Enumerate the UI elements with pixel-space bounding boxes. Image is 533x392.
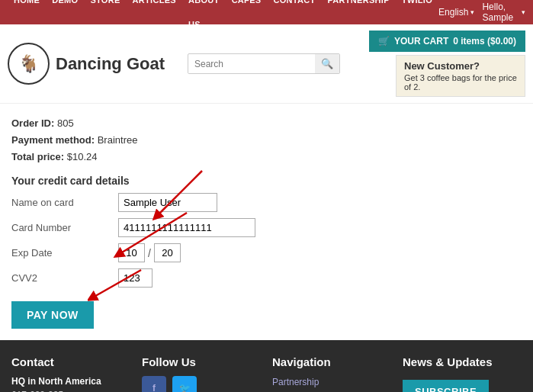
- exp-inputs: /: [118, 243, 181, 262]
- exp-label: Exp Date: [11, 247, 118, 259]
- cart-items-count: 0 items ($0.00): [453, 36, 516, 47]
- language-selector[interactable]: English ▾: [438, 7, 474, 18]
- new-customer-title: New Customer?: [404, 60, 517, 72]
- chevron-down-icon: ▾: [470, 8, 474, 16]
- footer-news: News & Updates SUBSCRIBE: [403, 355, 522, 392]
- cart-icon: 🛒: [378, 36, 390, 47]
- order-id-label: Order ID:: [11, 117, 54, 129]
- cvv-label: CVV2: [11, 272, 118, 284]
- cart-label: YOUR CART: [394, 36, 448, 47]
- social-icons: f 🐦: [142, 376, 261, 392]
- search-input[interactable]: [188, 55, 315, 73]
- news-title: News & Updates: [403, 355, 522, 368]
- nav-cafes[interactable]: CAFES: [226, 0, 268, 37]
- total-value: $10.24: [67, 151, 98, 162]
- payment-label: Payment method:: [11, 134, 95, 146]
- nav-articles[interactable]: ARTICLES: [127, 0, 182, 37]
- footer-contact: Contact HQ in North America 617-600-225 …: [11, 355, 130, 392]
- footer-navigation: Navigation Partnership Donate with us Co…: [272, 355, 391, 392]
- payment-row: Payment method: Braintree: [11, 132, 522, 149]
- logo-link[interactable]: 🐐 Dancing Goat: [8, 43, 165, 85]
- exp-field-group: Exp Date /: [11, 243, 522, 262]
- cart-button[interactable]: 🛒 YOUR CART 0 items ($0.00): [369, 31, 525, 52]
- twitter-icon[interactable]: 🐦: [172, 376, 197, 392]
- site-footer: Contact HQ in North America 617-600-225 …: [0, 340, 533, 392]
- nav-demo[interactable]: DEMO: [46, 0, 84, 37]
- cvv-input[interactable]: [118, 268, 153, 288]
- pay-now-button[interactable]: PAY NOW: [11, 301, 94, 329]
- exp-year-input[interactable]: [154, 243, 181, 262]
- exp-month-input[interactable]: [118, 243, 145, 262]
- payment-value: Braintree: [98, 134, 138, 146]
- order-id-value: 805: [57, 117, 74, 129]
- card-label: Card Number: [11, 222, 118, 233]
- chevron-down-icon: ▾: [522, 8, 525, 16]
- user-menu[interactable]: Hello, Sample ▾: [482, 2, 525, 23]
- contact-title: Contact: [11, 355, 130, 368]
- name-input[interactable]: [118, 193, 217, 212]
- exp-separator: /: [148, 247, 151, 259]
- footer-follow: Follow Us f 🐦: [142, 355, 261, 392]
- main-content: Order ID: 805 Payment method: Braintree …: [0, 104, 533, 340]
- language-label: English: [438, 7, 468, 18]
- new-customer-promo: New Customer? Get 3 coffee bags for the …: [396, 55, 525, 97]
- order-id-row: Order ID: 805: [11, 115, 522, 132]
- hq-phone: 617-600-225: [11, 388, 130, 392]
- top-navigation: HOME DEMO STORE ARTICLES ABOUT US CAFES …: [0, 0, 533, 24]
- nav-about[interactable]: ABOUT US: [182, 0, 226, 37]
- user-label: Hello, Sample: [482, 2, 519, 23]
- credit-card-form: Your credit card details Name on card Ca…: [11, 175, 522, 329]
- nav-contact[interactable]: CONTACT: [267, 0, 321, 37]
- footer-nav-partnership[interactable]: Partnership: [272, 377, 319, 387]
- nav-store[interactable]: STORE: [84, 0, 126, 37]
- cart-area: 🛒 YOUR CART 0 items ($0.00) New Customer…: [369, 31, 525, 97]
- card-input[interactable]: [118, 218, 255, 237]
- new-customer-desc: Get 3 coffee bags for the price of 2.: [404, 73, 517, 92]
- hq-title: HQ in North America: [11, 376, 130, 387]
- name-field-group: Name on card: [11, 193, 522, 212]
- total-row: Total price: $10.24: [11, 149, 522, 165]
- subscribe-button[interactable]: SUBSCRIBE: [403, 380, 489, 392]
- follow-title: Follow Us: [142, 355, 261, 368]
- cvv-field-group: CVV2: [11, 268, 522, 288]
- nav-title: Navigation: [272, 355, 391, 368]
- logo-icon: 🐐: [8, 43, 50, 85]
- footer-nav-list: Partnership Donate with us Coffee Club C…: [272, 376, 391, 392]
- search-bar: 🔍: [188, 53, 340, 74]
- search-button[interactable]: 🔍: [315, 54, 339, 73]
- site-name: Dancing Goat: [56, 54, 165, 74]
- form-section-title: Your credit card details: [11, 175, 522, 187]
- name-label: Name on card: [11, 197, 118, 208]
- total-label: Total price:: [11, 151, 64, 162]
- nav-user-area: English ▾ Hello, Sample ▾: [438, 2, 525, 23]
- facebook-icon[interactable]: f: [142, 376, 166, 392]
- card-field-group: Card Number: [11, 218, 522, 237]
- nav-home[interactable]: HOME: [8, 0, 46, 37]
- order-info: Order ID: 805 Payment method: Braintree …: [11, 115, 522, 165]
